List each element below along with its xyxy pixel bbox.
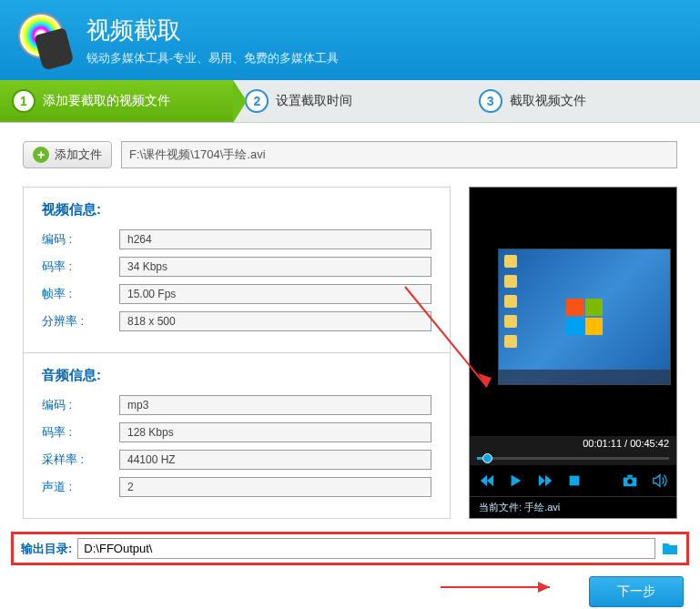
svg-rect-3 [627, 475, 632, 478]
current-file-display: 当前文件: 手绘.avi [470, 496, 676, 518]
audio-channels: 2 [119, 477, 431, 497]
app-header: 视频截取 锐动多媒体工具-专业、易用、免费的多媒体工具 [0, 0, 700, 80]
video-canvas[interactable] [470, 188, 676, 436]
file-path-input[interactable] [121, 141, 677, 168]
app-title: 视频截取 [86, 15, 339, 46]
add-file-button[interactable]: + 添加文件 [23, 141, 112, 168]
output-path-input[interactable] [77, 538, 655, 559]
video-player: 00:01:11 / 00:45:42 当前文件: 手绘.avi [469, 187, 677, 519]
step-1[interactable]: 1 添加要截取的视频文件 [0, 80, 233, 122]
output-row: 输出目录: [11, 532, 689, 565]
forward-button[interactable] [537, 472, 553, 489]
audio-codec: mp3 [119, 395, 431, 415]
volume-button[interactable] [651, 472, 667, 489]
time-display: 00:01:11 / 00:45:42 [470, 436, 676, 451]
audio-bitrate: 128 Kbps [119, 422, 431, 442]
wizard-steps: 1 添加要截取的视频文件 2 设置截取时间 3 截取视频文件 [0, 80, 700, 123]
app-subtitle: 锐动多媒体工具-专业、易用、免费的多媒体工具 [86, 50, 339, 66]
video-bitrate: 34 Kbps [119, 257, 431, 277]
video-codec: h264 [119, 229, 431, 249]
info-panel: 视频信息: 编码 :h264 码率 :34 Kbps 帧率 :15.00 Fps… [23, 187, 451, 519]
plus-icon: + [33, 147, 49, 163]
video-resolution: 818 x 500 [119, 311, 431, 331]
windows-logo-icon [566, 299, 603, 335]
rewind-button[interactable] [479, 472, 495, 489]
svg-point-2 [627, 479, 632, 483]
browse-folder-button[interactable] [661, 541, 679, 557]
svg-rect-0 [570, 476, 580, 486]
video-fps: 15.00 Fps [119, 284, 431, 304]
snapshot-button[interactable] [622, 472, 638, 489]
svg-marker-7 [538, 582, 550, 593]
step-3[interactable]: 3 截取视频文件 [467, 80, 700, 122]
video-info-title: 视频信息: [42, 201, 431, 218]
audio-samplerate: 44100 HZ [119, 450, 431, 470]
output-label: 输出目录: [21, 541, 72, 557]
next-button[interactable]: 下一步 [589, 576, 684, 607]
annotation-arrow-icon [436, 578, 563, 596]
stop-button[interactable] [566, 472, 583, 489]
progress-bar[interactable] [470, 451, 676, 465]
app-logo [18, 13, 73, 67]
play-button[interactable] [508, 472, 524, 489]
step-2[interactable]: 2 设置截取时间 [233, 80, 466, 122]
audio-info-title: 音频信息: [42, 367, 431, 384]
